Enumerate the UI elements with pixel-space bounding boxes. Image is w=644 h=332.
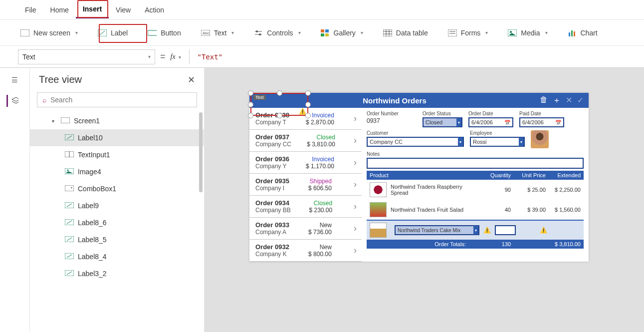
hamburger-icon[interactable]: ☰ — [9, 74, 21, 86]
check-icon[interactable]: ✓ — [577, 95, 584, 106]
data-table-button[interactable]: Data table — [377, 25, 434, 41]
tree-search[interactable]: ⌕ — [37, 92, 197, 107]
add-product-dropdown[interactable]: Northwind Traders Cake Mix▾ — [395, 225, 479, 235]
selected-label-overlay[interactable]: Text ⚠️ — [250, 93, 308, 116]
controls-label: Controls — [267, 29, 293, 37]
svg-rect-24 — [569, 32, 570, 36]
scrollbar-thumb[interactable] — [199, 112, 203, 192]
tree-node-label10[interactable]: Label10 — [30, 129, 204, 146]
ribbon: New screen ▾ Label Button Abc Text ▾ Con… — [0, 20, 644, 46]
tree-node-label3_2[interactable]: Label3_2 — [30, 265, 204, 282]
chevron-right-icon: › — [354, 135, 357, 146]
notes-input[interactable] — [367, 158, 584, 169]
chart-button[interactable]: Chart — [561, 25, 604, 41]
cancel-icon[interactable]: ✕ — [566, 95, 572, 106]
close-icon[interactable]: ✕ — [188, 74, 195, 85]
customer-dropdown[interactable]: Company CC▾ — [367, 137, 464, 147]
chevron-right-icon: › — [354, 245, 357, 256]
screen-icon — [20, 28, 29, 37]
forms-icon — [448, 28, 457, 37]
order-item[interactable]: Order 0934Company BBClosed$ 230.00› — [249, 196, 362, 218]
property-selector[interactable]: Text ▾ — [18, 49, 155, 64]
equals-sign: = — [160, 51, 166, 62]
search-input[interactable] — [50, 96, 192, 104]
new-screen-button[interactable]: New screen ▾ — [14, 25, 84, 41]
order-item[interactable]: Order 0932Company KNew$ 800.00› — [249, 240, 362, 262]
gallery-button[interactable]: Gallery ▾ — [314, 25, 370, 41]
button-icon — [148, 28, 157, 37]
order-item[interactable]: Order 0937Company CCClosed$ 3,810.00› — [249, 130, 362, 152]
chevron-down-icon: ▾ — [545, 30, 548, 35]
tree-node-textinput1[interactable]: TextInput1 — [30, 146, 204, 163]
paid-date-input[interactable]: 6/4/2006📅 — [519, 117, 564, 127]
tree-node-label: TextInput1 — [78, 151, 110, 159]
label-icon — [65, 219, 74, 226]
label-icon — [98, 28, 107, 37]
svg-line-40 — [67, 238, 72, 241]
tree-node-label8_6[interactable]: Label8_6 — [30, 214, 204, 231]
product-header: Product Quantity Unit Price Extended — [367, 171, 584, 180]
menu-insert[interactable]: Insert — [76, 1, 109, 18]
product-row[interactable]: Northwind Traders Raspberry Spread90$ 25… — [367, 180, 584, 200]
menu-action[interactable]: Action — [138, 2, 171, 18]
trash-icon[interactable]: 🗑 — [540, 95, 548, 106]
label-icon — [65, 134, 74, 141]
employee-dropdown[interactable]: Rossi▾ — [470, 137, 525, 147]
chevron-right-icon: › — [354, 201, 357, 212]
canvas[interactable]: Northwind Orders 🗑 ＋ ✕ ✓ Text — [205, 68, 644, 332]
tree-node-label: Label8_4 — [78, 253, 107, 261]
product-image — [370, 223, 387, 238]
svg-line-44 — [67, 272, 72, 275]
tree-node-screen1[interactable]: ▾Screen1 — [30, 112, 204, 129]
forms-button[interactable]: Forms ▾ — [441, 25, 495, 41]
tree-view-title: Tree view — [39, 74, 82, 85]
svg-text:Abc: Abc — [203, 31, 210, 35]
fx-button[interactable]: fx ▾ — [171, 52, 181, 61]
chevron-down-icon: ▾ — [75, 30, 78, 35]
button-button[interactable]: Button — [141, 25, 187, 41]
svg-rect-25 — [571, 30, 573, 36]
menu-view[interactable]: View — [109, 2, 138, 18]
textinput-icon — [65, 151, 74, 158]
button-label: Button — [161, 29, 181, 37]
tree-node-combobox1[interactable]: ComboBox1 — [30, 180, 204, 197]
tree-node-image4[interactable]: Image4 — [30, 163, 204, 180]
tree-node-label9[interactable]: Label9 — [30, 197, 204, 214]
svg-point-9 — [259, 33, 261, 35]
tree-list: ▾Screen1Label10TextInput1Image4ComboBox1… — [30, 112, 204, 332]
chevron-down-icon: ▾ — [361, 30, 363, 35]
product-row[interactable]: Northwind Traders Fruit Salad40$ 39.00$ … — [367, 200, 584, 220]
formula-value[interactable]: "Text" — [198, 53, 223, 61]
text-icon: Abc — [201, 28, 210, 37]
controls-icon — [254, 28, 263, 37]
order-date-input[interactable]: 6/4/2006📅 — [468, 117, 513, 127]
svg-rect-11 — [325, 29, 329, 32]
text-button[interactable]: Abc Text ▾ — [195, 25, 241, 41]
warning-icon: ⚠️ — [483, 227, 491, 234]
order-item[interactable]: Order 0936Company YInvoiced$ 1,170.00› — [249, 152, 362, 174]
new-screen-label: New screen — [33, 29, 70, 37]
label-button[interactable]: Label — [91, 25, 134, 41]
chevron-right-icon: › — [354, 179, 357, 190]
order-status-label: Order Status — [423, 111, 462, 116]
plus-icon[interactable]: ＋ — [553, 95, 561, 106]
left-rail: ☰ — [0, 68, 30, 332]
menu-home[interactable]: Home — [43, 2, 76, 18]
label-icon — [65, 253, 74, 260]
notes-label: Notes — [367, 151, 584, 157]
tree-node-label8_4[interactable]: Label8_4 — [30, 248, 204, 265]
media-icon — [508, 28, 517, 37]
media-button[interactable]: Media ▾ — [501, 25, 554, 41]
menu-file[interactable]: File — [18, 2, 43, 18]
layers-icon[interactable] — [6, 95, 18, 107]
paid-date-label: Paid Date — [519, 111, 564, 116]
tree-node-label8_5[interactable]: Label8_5 — [30, 231, 204, 248]
controls-button[interactable]: Controls ▾ — [247, 25, 307, 41]
product-image — [370, 182, 387, 197]
order-item[interactable]: Order 0935Company IShipped$ 606.50› — [249, 174, 362, 196]
svg-point-33 — [67, 170, 69, 171]
order-item[interactable]: Order 0933Company ANew$ 736.00› — [249, 218, 362, 240]
add-qty-input[interactable] — [495, 225, 516, 235]
order-status-dropdown[interactable]: Closed▾ — [423, 117, 462, 127]
chevron-right-icon: › — [354, 223, 357, 234]
